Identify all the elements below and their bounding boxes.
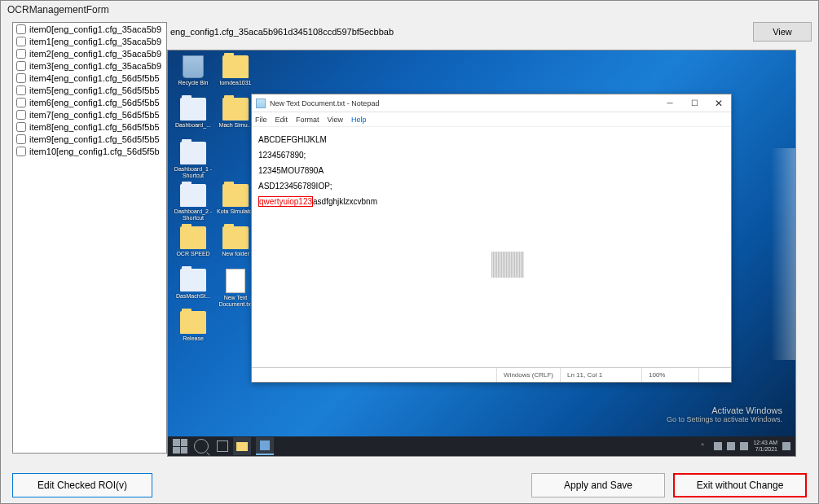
close-button[interactable]: ✕ <box>707 95 731 112</box>
recycle-bin-icon[interactable]: Recycle Bin <box>173 55 214 86</box>
item-checkbox[interactable] <box>16 49 26 59</box>
item-checkbox[interactable] <box>16 147 26 156</box>
folder-icon[interactable]: DasMachSt... <box>173 269 214 300</box>
folder-icon[interactable]: Release <box>173 311 214 342</box>
menu-file[interactable]: File <box>255 116 267 124</box>
menu-help[interactable]: Help <box>351 116 367 124</box>
file-icon[interactable]: New Text Document.txt <box>215 269 256 307</box>
folder-icon[interactable]: New folder <box>215 226 256 257</box>
notepad-titlebar[interactable]: New Text Document.txt - Notepad ─ ☐ ✕ <box>252 94 731 112</box>
notepad-window: New Text Document.txt - Notepad ─ ☐ ✕ Fi… <box>251 94 732 383</box>
item-checkbox[interactable] <box>16 24 26 34</box>
notepad-title: New Text Document.txt - Notepad <box>270 99 658 107</box>
tray-volume-icon[interactable] <box>740 442 748 450</box>
notepad-menu[interactable]: File Edit Format View Help <box>252 112 731 127</box>
item-checkbox[interactable] <box>16 98 26 107</box>
item-label: item1[eng_config1.cfg_35aca5b9 <box>29 37 161 46</box>
window-title: OCRManagementForm <box>1 1 818 19</box>
preview-panel: Recycle Bin Dashboard_... Dashboard_1 - … <box>167 50 796 457</box>
item-label: item10[eng_config1.cfg_56d5f5b <box>29 147 160 156</box>
menu-format[interactable]: Format <box>296 116 319 124</box>
item-label: item9[eng_config1.cfg_56d5f5b5 <box>29 134 160 144</box>
item-checkbox[interactable] <box>16 134 26 144</box>
roi-highlight: qwertyuiop123 <box>258 196 313 207</box>
folder-icon[interactable]: Mach Simu... <box>215 98 256 129</box>
list-item[interactable]: item5[eng_config1.cfg_56d5f5b5 <box>13 84 166 96</box>
taskbar-app-explorer[interactable] <box>233 437 251 455</box>
item-label: item6[eng_config1.cfg_56d5f5b5 <box>29 98 160 107</box>
tray-chevron-icon[interactable]: ^ <box>701 442 709 450</box>
item-label: item2[eng_config1.cfg_35aca5b9 <box>29 49 161 59</box>
tray-notification-icon[interactable] <box>782 442 790 450</box>
apply-save-button[interactable]: Apply and Save <box>531 473 665 497</box>
taskbar-app-notepad[interactable] <box>256 437 274 455</box>
item-checkbox[interactable] <box>16 110 26 120</box>
list-item[interactable]: item8[eng_config1.cfg_56d5f5b5 <box>13 121 166 133</box>
folder-icon[interactable]: Kota Simulator <box>215 184 256 215</box>
list-item[interactable]: item4[eng_config1.cfg_56d5f5b5 <box>13 72 166 84</box>
maximize-button[interactable]: ☐ <box>682 95 707 112</box>
folder-icon[interactable]: OCR SPEED <box>173 226 214 257</box>
item-checkbox[interactable] <box>16 85 26 95</box>
notepad-editor[interactable]: ABCDEFGHIJKLM 1234567890; 12345MOU7890A … <box>252 127 731 367</box>
item-label: item8[eng_config1.cfg_56d5f5b5 <box>29 122 160 132</box>
taskbar[interactable]: ^ 12:43 AM 7/1/2021 <box>168 436 795 456</box>
list-item[interactable]: item3[eng_config1.cfg_35aca5b9 <box>13 59 166 72</box>
status-zoom: 100% <box>641 368 698 382</box>
list-item[interactable]: item10[eng_config1.cfg_56d5f5b <box>13 145 166 157</box>
item-checkbox[interactable] <box>16 37 26 46</box>
taskbar-clock[interactable]: 12:43 AM 7/1/2021 <box>753 440 777 452</box>
list-item[interactable]: item0[eng_config1.cfg_35aca5b9 <box>13 23 166 35</box>
config-path: eng_config1.cfg_35aca5b961d345108ccd597b… <box>167 27 753 37</box>
tray-icon[interactable] <box>714 442 722 450</box>
search-icon[interactable] <box>194 439 209 454</box>
notepad-statusbar: Windows (CRLF) Ln 11, Col 1 100% <box>252 367 731 382</box>
item-label: item3[eng_config1.cfg_35aca5b9 <box>29 61 161 71</box>
menu-edit[interactable]: Edit <box>275 116 288 124</box>
view-button[interactable]: View <box>753 22 812 42</box>
item-label: item7[eng_config1.cfg_56d5f5b5 <box>29 110 160 120</box>
minimize-button[interactable]: ─ <box>658 95 682 112</box>
start-button[interactable] <box>173 439 187 454</box>
watermark-icon <box>491 252 524 278</box>
status-encoding: Windows (CRLF) <box>496 368 560 382</box>
item-label: item5[eng_config1.cfg_56d5f5b5 <box>29 85 160 95</box>
edit-roi-button[interactable]: Edit Checked ROI(v) <box>12 473 152 497</box>
folder-icon[interactable]: Dashboard_2 - Shortcut <box>173 184 214 221</box>
item-label: item4[eng_config1.cfg_56d5f5b5 <box>29 73 160 83</box>
list-item[interactable]: item9[eng_config1.cfg_56d5f5b5 <box>13 133 166 145</box>
menu-view[interactable]: View <box>328 116 343 124</box>
list-item[interactable]: item1[eng_config1.cfg_35aca5b9 <box>13 35 166 47</box>
text-line: ASD123456789IOP; <box>258 178 724 194</box>
item-checkbox[interactable] <box>16 122 26 132</box>
list-item[interactable]: item6[eng_config1.cfg_56d5f5b5 <box>13 96 166 108</box>
tray-network-icon[interactable] <box>727 442 735 450</box>
item-checkbox[interactable] <box>16 61 26 71</box>
exit-without-change-button[interactable]: Exit without Change <box>673 473 807 497</box>
text-line: qwertyuiop123asdfghjklzxcvbnm <box>258 194 724 209</box>
item-label: item0[eng_config1.cfg_35aca5b9 <box>29 24 161 34</box>
list-item[interactable]: item7[eng_config1.cfg_56d5f5b5 <box>13 108 166 121</box>
list-item[interactable]: item2[eng_config1.cfg_35aca5b9 <box>13 47 166 59</box>
task-view-icon[interactable] <box>217 440 228 452</box>
footer-bar: Edit Checked ROI(v) Apply and Save Exit … <box>1 467 818 503</box>
notepad-app-icon <box>256 99 266 108</box>
text-line: 12345MOU7890A <box>258 163 724 178</box>
folder-icon[interactable]: Dashboard_... <box>173 98 214 129</box>
item-list: item0[eng_config1.cfg_35aca5b9 item1[eng… <box>12 22 167 454</box>
text-line: 1234567890; <box>258 147 724 163</box>
folder-icon[interactable]: Dashboard_1 - Shortcut <box>173 142 214 178</box>
item-checkbox[interactable] <box>16 73 26 83</box>
folder-icon[interactable]: tomdea1031 <box>215 55 256 86</box>
activate-windows-watermark: Activate Windows Go to Settings to activ… <box>667 405 782 423</box>
status-position: Ln 11, Col 1 <box>560 368 641 382</box>
text-line: ABCDEFGHIJKLM <box>258 132 724 147</box>
